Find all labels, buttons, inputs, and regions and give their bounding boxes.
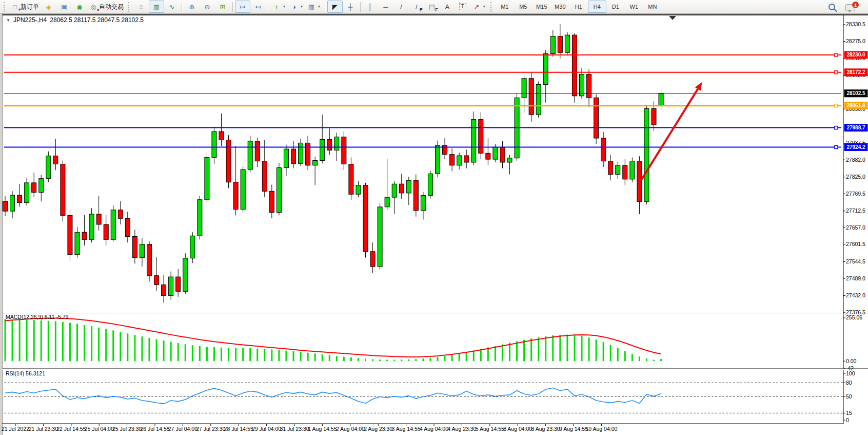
svg-text:27 Jul 23:30: 27 Jul 23:30 [196, 426, 225, 432]
chart-shift-marker[interactable] [669, 16, 676, 20]
price-badge-28230.0: 28230.0 [844, 51, 868, 59]
svg-text:0: 0 [846, 417, 849, 423]
rsi-indicator-label: RSI(14) 56.3121 [6, 370, 45, 376]
svg-text:4 Aug 23:30: 4 Aug 23:30 [447, 426, 476, 432]
macd-histogram [5, 319, 662, 361]
svg-text:8 Aug 23:30: 8 Aug 23:30 [531, 426, 560, 432]
macd-axis-labels: 255.060.00-42 [843, 314, 862, 371]
svg-text:50: 50 [846, 393, 852, 400]
svg-text:25 Jul 23:30: 25 Jul 23:30 [112, 426, 142, 432]
price-badge-27988.7: 27988.7 [844, 124, 868, 131]
svg-text:27432.0: 27432.0 [846, 292, 865, 298]
svg-text:10 Aug 04:00: 10 Aug 04:00 [585, 426, 617, 432]
svg-text:27544.5: 27544.5 [846, 258, 865, 264]
svg-text:28330.5: 28330.5 [846, 21, 865, 27]
svg-text:255.06: 255.06 [846, 314, 862, 320]
macd-signal-line [5, 318, 661, 357]
svg-text:27489.0: 27489.0 [846, 275, 865, 281]
candles-layer [3, 24, 664, 303]
svg-text:27712.5: 27712.5 [846, 207, 865, 214]
chart-ohlc-label: 28062.5 28117.5 28047.5 28102.5 [50, 16, 144, 24]
svg-text:22 Jul 14:55: 22 Jul 14:55 [56, 426, 86, 432]
svg-text:2 Aug 23:30: 2 Aug 23:30 [364, 426, 392, 432]
price-badge-28172.2: 28172.2 [844, 68, 868, 76]
svg-text:80: 80 [846, 380, 852, 386]
hline-28230.0[interactable] [4, 53, 841, 56]
svg-text:29 Jul 04:00: 29 Jul 04:00 [252, 426, 281, 432]
svg-text:21 Jul 2022: 21 Jul 2022 [2, 426, 29, 432]
svg-text:27 Jul 04:00: 27 Jul 04:00 [168, 426, 198, 432]
svg-text:27825.0: 27825.0 [846, 174, 865, 180]
svg-text:27882.0: 27882.0 [846, 157, 865, 163]
svg-text:21 Jul 23:30: 21 Jul 23:30 [29, 426, 58, 432]
svg-text:28230.0: 28230.0 [846, 52, 865, 58]
svg-text:28102.5: 28102.5 [846, 90, 865, 96]
trend-arrow[interactable] [641, 82, 702, 181]
price-badge-28102.5: 28102.5 [844, 89, 868, 97]
one-click-trading-collapse-icon[interactable]: ▼ [6, 18, 10, 23]
price-badge-28061.8: 28061.8 [844, 102, 868, 109]
mt4-application: { "toolbar": { "notification_count": "1"… [0, 0, 868, 435]
rsi-level-lines [4, 383, 843, 413]
time-axis-labels[interactable]: 21 Jul 202221 Jul 23:3022 Jul 14:5525 Ju… [2, 424, 618, 432]
svg-text:8 Aug 04:00: 8 Aug 04:00 [503, 426, 532, 432]
svg-text:28 Jul 14:55: 28 Jul 14:55 [224, 426, 253, 432]
svg-text:100: 100 [846, 370, 855, 376]
svg-text:25 Jul 04:00: 25 Jul 04:00 [85, 426, 114, 432]
chart-symbol-period-label: JPN225-,H4 [13, 16, 47, 24]
svg-text:2 Aug 04:00: 2 Aug 04:00 [336, 426, 365, 432]
svg-text:31 Jul 23:30: 31 Jul 23:30 [280, 426, 309, 432]
svg-text:27924.2: 27924.2 [846, 144, 865, 150]
svg-text:0.00: 0.00 [846, 358, 857, 364]
hline-27988.7[interactable] [4, 126, 841, 129]
svg-text:4 Aug 04:00: 4 Aug 04:00 [420, 426, 448, 432]
svg-text:1 Aug 14:55: 1 Aug 14:55 [308, 426, 337, 432]
chart-frame [2, 15, 868, 424]
chart-canvas[interactable]: 28330.528275.028218.028162.528050.027937… [0, 0, 868, 435]
hline-27924.2[interactable] [4, 145, 841, 148]
svg-text:27657.0: 27657.0 [846, 224, 865, 231]
svg-text:27601.5: 27601.5 [846, 241, 865, 247]
svg-text:26 Jul 14:55: 26 Jul 14:55 [140, 426, 169, 432]
chart-title[interactable]: ▼ JPN225-,H4 28062.5 28117.5 28047.5 281… [6, 16, 144, 24]
hline-28061.8[interactable] [4, 104, 841, 107]
svg-text:3 Aug 14:55: 3 Aug 14:55 [392, 426, 421, 432]
svg-text:9 Aug 14:55: 9 Aug 14:55 [559, 426, 588, 432]
svg-text:28275.0: 28275.0 [846, 38, 865, 44]
svg-text:28061.8: 28061.8 [846, 103, 865, 108]
svg-text:27988.7: 27988.7 [846, 125, 865, 130]
svg-text:27769.5: 27769.5 [846, 191, 865, 197]
svg-text:15: 15 [846, 410, 852, 416]
svg-text:5 Aug 14:55: 5 Aug 14:55 [476, 426, 504, 432]
svg-text:28172.2: 28172.2 [846, 69, 865, 75]
rsi-axis-labels: 1008050150 [843, 370, 855, 423]
price-badge-27924.2: 27924.2 [844, 143, 868, 151]
hline-28172.2[interactable] [4, 71, 841, 74]
rsi-line [5, 388, 661, 404]
price-axis-labels: 28330.528275.028218.028162.528050.027937… [843, 21, 865, 315]
macd-indicator-label: MACD(12,26,9) 6.11 -5.79 [6, 314, 68, 320]
